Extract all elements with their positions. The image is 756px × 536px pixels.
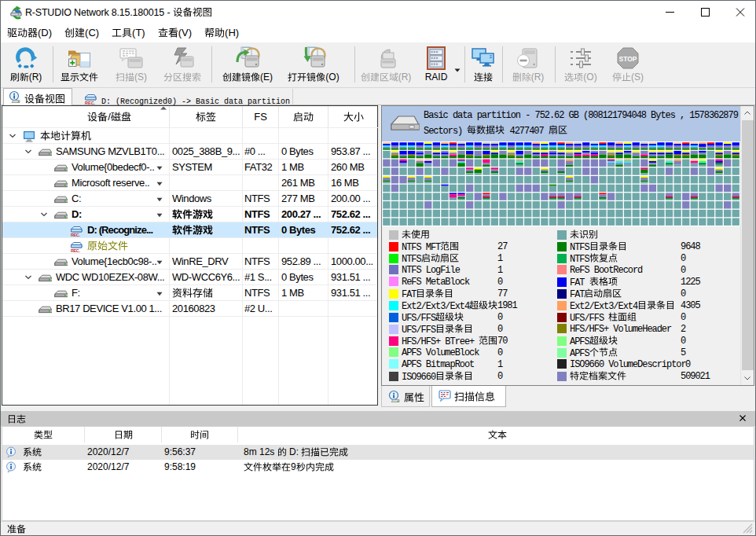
svg-text:REC.: REC.: [71, 233, 80, 237]
svg-text:REC.: REC.: [71, 248, 80, 253]
svg-text:STOP: STOP: [619, 55, 637, 63]
